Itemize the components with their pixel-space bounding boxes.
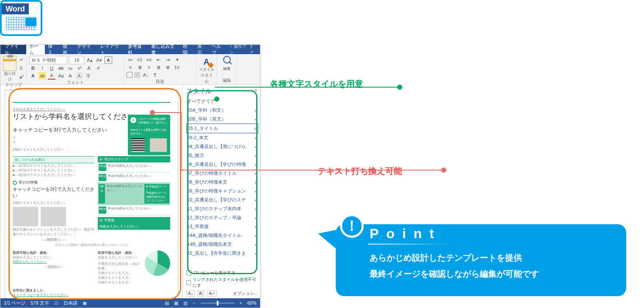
style-item-14a[interactable]: 14A_資格/就職先タイトル↲ [186, 231, 258, 240]
macro-icon[interactable]: ▣ [83, 300, 87, 306]
shading-icon[interactable] [134, 72, 140, 78]
manage-styles-icon[interactable]: A✓ [207, 290, 217, 297]
bullets-icon[interactable]: ≡• [127, 56, 134, 63]
text-effects-icon[interactable]: A [85, 64, 93, 72]
doc-subtitle2[interactable]: キャッチコピーを2行で入力してください [13, 186, 94, 199]
doc-caption-hint[interactable]: 補足写真のキャプションを入力してください。補足写真のキャプションを入力してくださ… [13, 227, 94, 236]
font-color-a-icon[interactable]: A [29, 72, 37, 80]
tab-file[interactable]: ファイル [0, 45, 26, 54]
legend-1[interactable]: 凡例テキストを入力↓ [98, 271, 142, 275]
font-name-select[interactable]: ＭＳ Ｐ明朝 [29, 56, 67, 64]
tab-insert[interactable]: 挿入 [45, 45, 59, 54]
style-item-10[interactable]: 10_共通見出し【学びのステ↲ [186, 195, 258, 204]
doc-detail2[interactable]: 詳細テキストを入力してください↓ [13, 201, 94, 205]
numbering-icon[interactable]: ≡1 [136, 56, 144, 63]
style-item-03-1[interactable]: 03-1_タイトル↲ [186, 124, 258, 133]
doc-line2[interactable]: ■---2行目のテキストを入力してください↓ [13, 168, 94, 173]
superscript-icon[interactable]: x² [76, 64, 83, 72]
styles-icon[interactable]: A [203, 57, 209, 66]
status-lang[interactable]: 日本語 [64, 300, 77, 306]
style-inspector-icon[interactable]: A⁞ [197, 290, 205, 297]
decrease-indent-icon[interactable]: ⇤ [155, 56, 162, 63]
style-item-13[interactable]: 13_卒業後↲ [186, 222, 258, 231]
subscript-icon[interactable]: x₂ [66, 64, 74, 72]
document-page[interactable]: 学科名を英文で入力してください↓ リストから学科名を選択してください キャッチコ… [5, 90, 178, 298]
spellcheck-icon[interactable]: ☑ [54, 300, 58, 306]
find-icon[interactable] [223, 56, 231, 63]
status-zoom[interactable]: 60% [247, 300, 257, 305]
close-icon[interactable]: × [254, 87, 257, 94]
underline-icon[interactable]: U [48, 64, 55, 72]
bold-icon[interactable]: B [29, 64, 37, 72]
align-left-icon[interactable]: ≡ [127, 63, 134, 71]
style-item-02b[interactable]: 02B_学科（英文）↲ [186, 115, 258, 124]
line-spacing-icon[interactable]: ‡≡ [173, 63, 181, 71]
tab-design[interactable]: デザイン [74, 45, 97, 54]
style-item-15[interactable]: 15_見出し【在学生に聞きま↲ [186, 249, 258, 258]
zoom-slider[interactable] [201, 302, 235, 304]
sort-icon[interactable]: A↓ [142, 71, 149, 79]
font-size-select[interactable]: 18 [69, 56, 84, 64]
style-item-05[interactable]: 05_能力↲ [186, 151, 258, 160]
style-item-03-2[interactable]: 03-2_本文↲ [186, 133, 258, 142]
preview-checkbox[interactable]: プレビューを表示する [186, 270, 257, 276]
font-color-icon[interactable]: A [48, 72, 55, 80]
view-print-icon[interactable]: ▦ [174, 300, 178, 306]
linked-checkbox[interactable]: リンクされたスタイルを使用不可にす [186, 277, 257, 289]
clear-format-icon[interactable]: ✐ [94, 64, 102, 72]
style-item-09[interactable]: 09_学びの特徴キャプション↲ [186, 187, 258, 195]
increase-indent-icon[interactable]: ⇥ [164, 56, 171, 63]
style-clear-all[interactable]: すべてクリア [186, 97, 258, 106]
document-viewport[interactable]: 学科名を英文で入力してください↓ リストから学科名を選択してください キャッチコ… [0, 85, 182, 298]
status-page[interactable]: 1/1 ページ [4, 300, 25, 306]
highlight-icon[interactable]: ab [39, 72, 46, 80]
student-prompt[interactable]: キャッチコピーを入力してください↓ [13, 293, 170, 297]
distributed-icon[interactable]: ≣ [164, 63, 171, 71]
style-item-12[interactable]: 12_学びのステップ：卒論↲ [186, 213, 258, 222]
char-scaling-icon[interactable]: A̶ [66, 72, 74, 80]
legend-2[interactable]: 凡例テキストを入力↓ [98, 275, 142, 280]
decrease-font-icon[interactable]: A▾ [95, 56, 103, 64]
copy-icon[interactable]: ⎘ [17, 64, 25, 72]
style-item-08[interactable]: 08_学びの特徴本文↲ [186, 178, 258, 187]
style-item-06[interactable]: 06_共通見出し【学びの特徴↲ [186, 160, 258, 169]
align-center-icon[interactable]: ≣ [136, 63, 144, 71]
legend-3[interactable]: 凡例テキストを入力↓ [98, 280, 142, 285]
style-item-07[interactable]: 07_学びの特徴タイトル↲ [186, 169, 258, 178]
new-style-icon[interactable]: A₊ [186, 290, 195, 297]
tab-review[interactable]: 校閲 [180, 45, 194, 54]
style-item-11[interactable]: 11_学びのステップ表内本↲ [186, 204, 258, 213]
doc-line1[interactable]: ■---1行目のテキストを入力してください↓ [13, 163, 94, 168]
license-right-body[interactable]: 内容を入力してください↓ [98, 255, 142, 260]
styles-options-link[interactable]: オプション... [233, 291, 257, 297]
style-item-14b[interactable]: 14B_資格/就職先本文↲ [186, 240, 258, 249]
enclosed-char-icon[interactable]: A [76, 72, 83, 79]
tab-layout[interactable]: レイアウト [97, 45, 125, 54]
format-painter-icon[interactable]: 🖌 [17, 73, 25, 80]
multilevel-icon[interactable]: ≡≡ [145, 56, 153, 63]
zoom-out-icon[interactable]: − [193, 300, 195, 305]
step-row-1[interactable]: 1年次年次の内容を入力してください↓ [98, 162, 170, 173]
step-row-2[interactable]: 2年次年次の内容を入力してください↓ [98, 173, 170, 183]
styles-btn-label[interactable]: スタイル [199, 67, 214, 72]
sotsugyo-sub[interactable]: 内容を入力してください↓ [98, 223, 170, 230]
tab-references[interactable]: 参考資料 [125, 45, 148, 54]
paste-icon[interactable] [3, 56, 17, 71]
justify-icon[interactable]: ≣ [155, 63, 162, 71]
tab-view[interactable]: 表示 [194, 45, 209, 54]
tab-home[interactable]: ホーム [26, 45, 45, 54]
style-item-02a[interactable]: 02A_学科（和文）↲ [186, 106, 258, 115]
strike-icon[interactable]: ab [57, 64, 65, 72]
char-border-icon[interactable]: A [105, 56, 112, 64]
tell-me-hint[interactable]: ♀ 操作アシ [228, 44, 249, 55]
tab-help[interactable]: ヘルプ [209, 45, 228, 54]
phonetic-guide-icon[interactable]: 字 [84, 72, 92, 80]
asian-layout-icon[interactable]: ✦ [173, 56, 181, 63]
view-focus-icon[interactable]: ▤ [165, 300, 169, 306]
status-words[interactable]: 579 文字 [30, 300, 49, 306]
license-left-body[interactable]: 内容を入力してください↓ [13, 255, 94, 260]
step-row-4[interactable]: 4年次年次の内容を入力してください↓ [98, 205, 170, 215]
tab-draw[interactable]: 描画 [60, 45, 74, 54]
show-marks-icon[interactable]: ¶ [151, 71, 159, 79]
borders-icon[interactable] [127, 72, 133, 78]
